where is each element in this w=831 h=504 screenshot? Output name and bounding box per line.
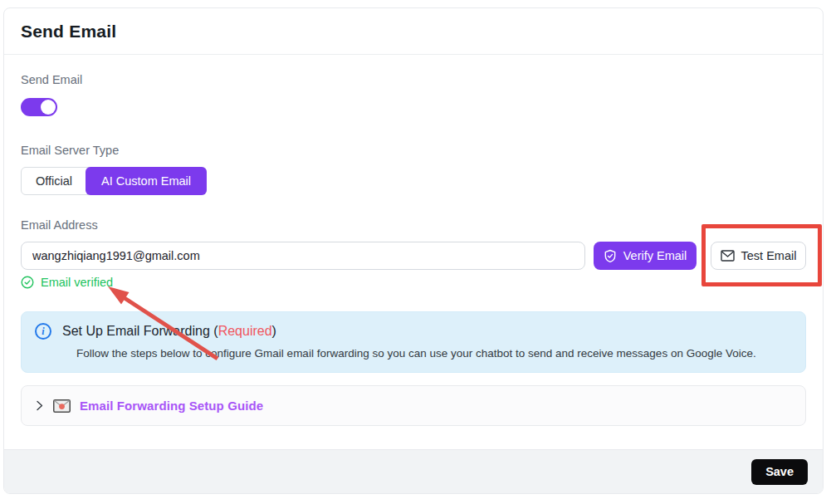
send-email-card: Send Email Send Email Email Server Type … bbox=[3, 7, 824, 494]
verify-email-label: Verify Email bbox=[623, 249, 687, 262]
test-email-label: Test Email bbox=[741, 249, 797, 262]
server-type-segmented: Official AI Custom Email bbox=[21, 167, 207, 195]
email-verified-text: Email verified bbox=[41, 276, 113, 289]
shield-check-icon bbox=[604, 249, 617, 263]
email-row: Verify Email Test Email bbox=[21, 242, 806, 270]
toggle-knob bbox=[41, 100, 56, 115]
page-title: Send Email bbox=[21, 22, 806, 42]
email-envelope-emoji-icon bbox=[53, 399, 71, 413]
send-email-toggle[interactable] bbox=[21, 98, 57, 116]
send-email-page: Send Email Send Email Email Server Type … bbox=[0, 0, 831, 504]
info-circle-icon: i bbox=[35, 323, 51, 340]
card-body: Send Email Email Server Type Official AI… bbox=[4, 55, 823, 449]
test-email-button[interactable]: Test Email bbox=[711, 242, 806, 270]
email-address-label: Email Address bbox=[21, 218, 806, 232]
info-box-body: Follow the steps below to configure Gmai… bbox=[76, 347, 792, 360]
send-email-label: Send Email bbox=[21, 73, 806, 86]
server-type-option-ai-custom-email[interactable]: AI Custom Email bbox=[86, 167, 207, 195]
setup-guide-accordion[interactable]: Email Forwarding Setup Guide bbox=[21, 385, 806, 426]
envelope-icon bbox=[721, 250, 735, 262]
setup-guide-title: Email Forwarding Setup Guide bbox=[80, 399, 263, 413]
required-badge: Required bbox=[218, 324, 272, 338]
email-address-input[interactable] bbox=[21, 242, 585, 270]
check-circle-icon bbox=[21, 276, 34, 289]
card-footer: Save bbox=[4, 449, 823, 493]
verify-email-button[interactable]: Verify Email bbox=[594, 242, 697, 270]
email-forwarding-info-box: i Set Up Email Forwarding (Required) Fol… bbox=[21, 311, 806, 373]
info-box-title: Set Up Email Forwarding (Required) bbox=[62, 324, 276, 339]
card-header: Send Email bbox=[4, 8, 823, 55]
server-type-label: Email Server Type bbox=[21, 144, 806, 157]
save-button[interactable]: Save bbox=[751, 459, 808, 485]
email-verified-status: Email verified bbox=[21, 276, 806, 289]
server-type-option-official[interactable]: Official bbox=[22, 168, 86, 194]
chevron-right-icon bbox=[35, 400, 44, 411]
